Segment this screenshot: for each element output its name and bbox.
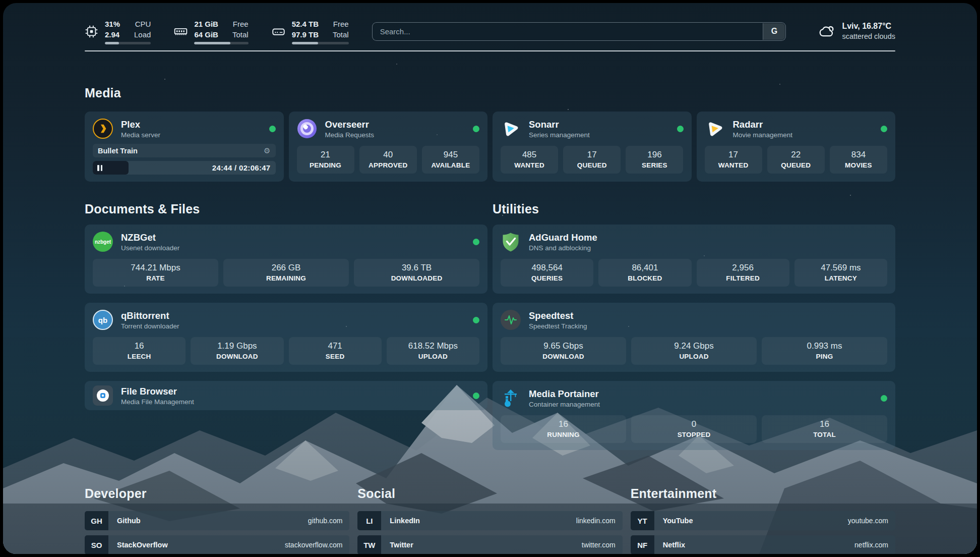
filebrowser-card[interactable]: File Browser Media File Management xyxy=(85,381,487,410)
app-title: Speedtest xyxy=(529,310,587,321)
app-title: Plex xyxy=(121,119,160,130)
disk-icon xyxy=(272,25,285,38)
status-dot xyxy=(677,126,684,132)
plex-card[interactable]: Plex Media server Bullet Train ⚙ 24:44 /… xyxy=(85,112,284,182)
search-input[interactable] xyxy=(372,22,786,41)
link-badge: YT xyxy=(631,511,654,530)
link-badge: TW xyxy=(357,535,381,554)
stat-queued: 22 QUEUED xyxy=(767,146,825,174)
playback-progress[interactable]: 24:44 / 02:06:47 xyxy=(93,161,276,175)
link-linkedin[interactable]: LI LinkedIn linkedin.com xyxy=(357,511,622,530)
disk-free-value: 52.4 TB xyxy=(292,19,319,29)
stat-total: 16 TOTAL xyxy=(762,415,887,443)
search-engine-button[interactable]: G xyxy=(763,23,785,40)
link-badge: SO xyxy=(85,535,108,554)
gear-icon[interactable]: ⚙ xyxy=(264,146,270,155)
nzbget-card[interactable]: nzbget NZBGet Usenet downloader 744.21 M… xyxy=(85,225,487,294)
status-dot xyxy=(473,393,479,399)
stat-download: 9.65 Gbps DOWNLOAD xyxy=(501,337,626,365)
link-twitter[interactable]: TW Twitter twitter.com xyxy=(357,535,622,554)
adguard-icon xyxy=(501,232,521,252)
memory-progress-track xyxy=(194,42,248,44)
app-title: File Browser xyxy=(121,385,194,397)
app-subtitle: Media server xyxy=(121,131,160,139)
app-subtitle: Movie management xyxy=(733,131,793,139)
dashboard-window: 31% 2.94 CPU Load xyxy=(3,3,977,554)
top-bar: 31% 2.94 CPU Load xyxy=(85,3,895,45)
stat-available: 945 AVAILABLE xyxy=(422,146,479,174)
weather-widget: Lviv, 16.87°C scattered clouds xyxy=(815,21,895,41)
app-subtitle: DNS and adblocking xyxy=(529,244,597,252)
memory-progress-fill xyxy=(194,42,230,44)
stat-filtered: 2,956 FILTERED xyxy=(697,259,789,287)
stat-wanted: 17 WANTED xyxy=(705,146,762,174)
nzbget-icon: nzbget xyxy=(93,232,113,252)
status-dot xyxy=(881,395,887,402)
stat-blocked: 86,401 BLOCKED xyxy=(598,259,691,287)
now-playing-bar: Bullet Train ⚙ xyxy=(93,144,276,157)
stat-pending: 21 PENDING xyxy=(297,146,354,174)
app-subtitle: Series management xyxy=(529,131,590,139)
stat-remaining: 266 GB REMAINING xyxy=(223,259,349,287)
memory-total-label: Total xyxy=(232,29,249,40)
qbittorrent-card[interactable]: qb qBittorrent Torrent downloader 16 LEE… xyxy=(85,303,487,372)
app-title: NZBGet xyxy=(121,232,179,243)
playback-time: 24:44 / 02:06:47 xyxy=(212,161,271,175)
cpu-load-label: Load xyxy=(134,29,151,40)
utilities-column: Utilities AdGuard xyxy=(493,202,895,459)
plex-icon xyxy=(93,119,113,139)
stat-approved: 40 APPROVED xyxy=(359,146,417,174)
section-title-developer: Developer xyxy=(85,486,349,501)
cpu-monitor: 31% 2.94 CPU Load xyxy=(85,19,151,44)
stat-series: 196 SERIES xyxy=(626,146,683,174)
disk-total-value: 97.9 TB xyxy=(292,29,319,40)
stat-rate: 744.21 Mbps RATE xyxy=(93,259,218,287)
stat-movies: 834 MOVIES xyxy=(830,146,887,174)
cpu-progress-track xyxy=(105,42,151,44)
cpu-progress-fill xyxy=(105,42,119,44)
link-netflix[interactable]: NF Netflix netflix.com xyxy=(631,535,895,554)
developer-links-section: Developer GH Github github.com SO StackO… xyxy=(85,486,349,554)
overseerr-card[interactable]: Overseerr Media Requests 21 PENDING 40 A… xyxy=(289,112,488,182)
portainer-card[interactable]: Media Portainer Container management 16 … xyxy=(493,381,895,450)
speedtest-card[interactable]: Speedtest Speedtest Tracking 9.65 Gbps D… xyxy=(493,303,895,372)
qbittorrent-icon: qb xyxy=(93,310,113,330)
app-title: Overseerr xyxy=(325,119,375,130)
cpu-icon xyxy=(85,25,98,38)
sonarr-icon xyxy=(501,119,521,139)
cpu-load-value: 2.94 xyxy=(105,29,120,40)
app-title: Sonarr xyxy=(529,119,590,130)
radarr-card[interactable]: Radarr Movie management 17 WANTED 22 QUE… xyxy=(697,112,896,182)
stat-queued: 17 QUEUED xyxy=(563,146,621,174)
disk-progress-track xyxy=(292,42,349,44)
social-links-section: Social LI LinkedIn linkedin.com TW Twitt… xyxy=(357,486,622,554)
media-card-grid: Plex Media server Bullet Train ⚙ 24:44 /… xyxy=(85,112,895,182)
stat-seed: 471 SEED xyxy=(289,337,382,365)
stat-upload: 618.52 Mbps UPLOAD xyxy=(387,337,479,365)
app-subtitle: Usenet downloader xyxy=(121,244,179,252)
stat-running: 16 RUNNING xyxy=(501,415,626,443)
status-dot xyxy=(473,239,479,245)
portainer-icon xyxy=(501,388,521,408)
stat-stopped: 0 STOPPED xyxy=(631,415,757,443)
adguard-card[interactable]: AdGuard Home DNS and adblocking 498,564 … xyxy=(493,225,895,294)
stat-latency: 47.569 ms LATENCY xyxy=(794,259,887,287)
pause-icon[interactable] xyxy=(97,165,102,171)
cloud-icon xyxy=(815,23,835,40)
link-stackoverflow[interactable]: SO StackOverflow stackoverflow.com xyxy=(85,535,349,554)
section-title-media: Media xyxy=(85,86,895,100)
link-github[interactable]: GH Github github.com xyxy=(85,511,349,530)
app-subtitle: Speedtest Tracking xyxy=(529,322,587,330)
cpu-percent: 31% xyxy=(105,19,120,29)
link-youtube[interactable]: YT YouTube youtube.com xyxy=(631,511,895,530)
section-title-documents: Documents & Files xyxy=(85,202,487,216)
nzbget-icon-text: nzbget xyxy=(95,239,111,245)
app-subtitle: Media File Management xyxy=(121,398,194,406)
stat-wanted: 485 WANTED xyxy=(501,146,558,174)
radarr-icon xyxy=(705,119,725,139)
section-title-social: Social xyxy=(357,486,622,501)
stat-leech: 16 LEECH xyxy=(93,337,186,365)
stat-download: 1.19 Gbps DOWNLOAD xyxy=(191,337,283,365)
sonarr-card[interactable]: Sonarr Series management 485 WANTED 17 Q… xyxy=(493,112,692,182)
section-title-utilities: Utilities xyxy=(493,202,895,216)
